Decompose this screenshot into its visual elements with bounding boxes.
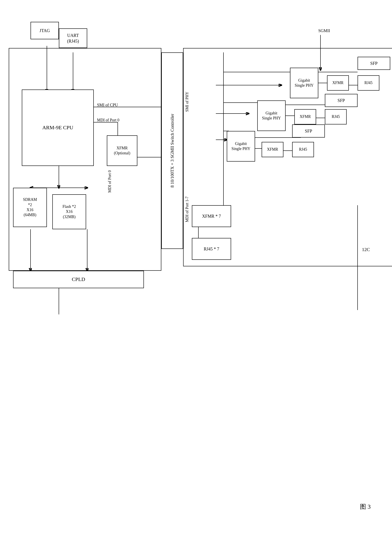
switch-controller-block: 8 10/100TX + 3 SGMII Switch Controller <box>161 53 183 249</box>
i2c-label: 12C <box>362 247 370 252</box>
cpld-block: CPLD <box>13 271 144 288</box>
sgmii-label: SGMII <box>318 28 330 33</box>
switch-section-border <box>183 48 392 266</box>
left-section-border <box>9 48 161 271</box>
figure-label: 图 3 <box>360 502 371 511</box>
smi-phy-label: SMI of PHY <box>185 92 189 112</box>
diagram-container: JTAG UART(RJ45) ARM-9E CPU XFMR(Optional… <box>9 9 384 528</box>
uart-block: UART(RJ45) <box>59 28 87 48</box>
mdi-port17-label: MDI of Port 1-7 <box>185 196 189 222</box>
jtag-block: JTAG <box>31 22 59 39</box>
